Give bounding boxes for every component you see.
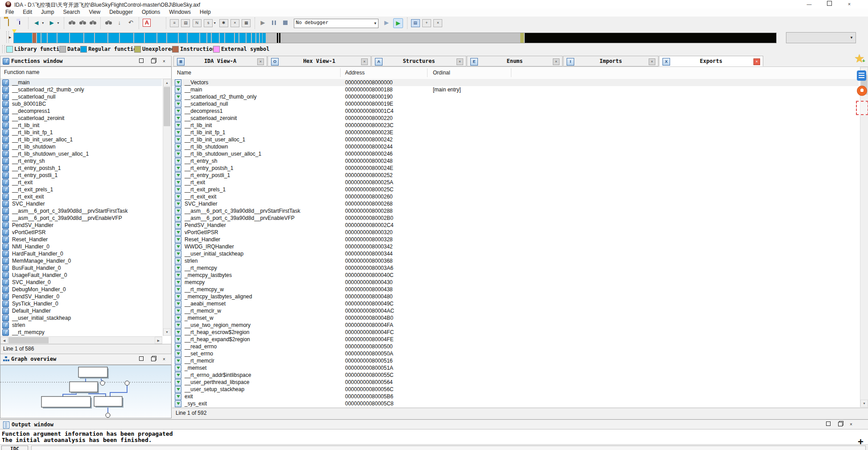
function-list-item[interactable]: f__main (0, 79, 162, 86)
function-list-item[interactable]: fvPortGetIPSR (0, 229, 162, 236)
function-list-item[interactable]: fMemManage_Handler_0 (0, 257, 162, 264)
tab-close-icon[interactable]: × (649, 58, 655, 65)
menu-edit[interactable]: Edit (18, 8, 37, 16)
table-row[interactable]: __scatterload_zeroinit0000000008000220 (172, 115, 859, 122)
table-row[interactable]: __rt_entry_postli_10000000008000252 (172, 172, 859, 179)
table-row[interactable]: __rt_lib_init_fp_1000000000800023E (172, 129, 859, 136)
scroll-down-icon[interactable]: ▼ (860, 400, 868, 407)
make-string-icon[interactable]: s (204, 19, 213, 27)
functions-restore-icon[interactable] (149, 58, 156, 65)
navigate-back-icon[interactable]: ◀ (32, 18, 41, 27)
function-list-item[interactable]: f__rt_exit_exit (0, 193, 162, 200)
table-row[interactable]: __rt_memcpy_w0000000008000438 (172, 286, 859, 293)
exports-table-header[interactable]: Name Address Ordinal (172, 67, 868, 79)
table-row[interactable]: _memcpy_lastbytes_aligned000000000800048… (172, 293, 859, 300)
function-list-item[interactable]: f__asm__6_port_c_39a90d8d__prvEnableVFP (0, 215, 162, 222)
save-icon[interactable] (15, 18, 24, 27)
reanalyze-icon[interactable] (153, 18, 162, 27)
function-list-item[interactable]: fstrlen (0, 322, 162, 329)
function-list-item[interactable]: f__scatterload_rt2_thumb_only (0, 86, 162, 93)
functions-window-header[interactable]: f Functions window × (0, 56, 172, 66)
table-row[interactable]: _memset000000000800051A (172, 364, 859, 372)
function-list-item[interactable]: f__asm__6_port_c_39a90d8d__prvStartFirst… (0, 207, 162, 215)
table-row[interactable]: PendSV_Handler00000000080002C4 (172, 222, 859, 229)
function-name-column-header[interactable]: Function name (0, 67, 171, 79)
colors-icon[interactable]: ▦ (242, 19, 251, 27)
function-list-item[interactable]: f__rt_lib_shutdown (0, 143, 162, 150)
output-close-icon[interactable]: × (847, 421, 855, 428)
table-row[interactable]: __user_initial_stackheap0000000008000344 (172, 250, 859, 257)
tab-imports[interactable]: IImports× (563, 56, 658, 66)
undo-jump-icon[interactable]: ↶ (126, 18, 135, 27)
function-list-item[interactable]: fNMI_Handler_0 (0, 243, 162, 250)
graph-overview-header[interactable]: Graph overview × (0, 354, 172, 365)
close-button[interactable]: × (840, 0, 858, 8)
table-row[interactable]: __rt_lib_shutdown_user_alloc_10000000008… (172, 150, 859, 157)
minimize-button[interactable]: — (800, 0, 818, 8)
undefine-icon[interactable]: × (230, 19, 239, 27)
function-list-item[interactable]: f__decompress1 (0, 107, 162, 115)
attach-process-icon[interactable]: ▶ (382, 18, 391, 27)
navigation-band[interactable] (13, 33, 777, 43)
function-list-item[interactable]: fSysTick_Handler_0 (0, 300, 162, 307)
function-list-item[interactable]: fBusFault_Handler_0 (0, 264, 162, 272)
function-list-item[interactable]: fDebugMon_Handler_0 (0, 286, 162, 293)
start-process-icon[interactable]: ▶ (259, 18, 267, 27)
menu-search[interactable]: Search (58, 8, 84, 16)
table-row[interactable]: memcpy0000000008000430 (172, 279, 859, 286)
delete-desktop-icon[interactable]: × (433, 19, 442, 27)
table-row[interactable]: __asm__6_port_c_39a90d8d__prvStartFirstT… (172, 207, 859, 215)
search-value-icon[interactable] (89, 18, 97, 27)
desktop-windows-icon[interactable]: ▤ (411, 19, 420, 27)
graph-overview-canvas[interactable] (0, 365, 172, 418)
function-list-item[interactable]: f__rt_lib_init_user_alloc_1 (0, 136, 162, 143)
function-list-item[interactable]: fPendSV_Handler (0, 222, 162, 229)
scroll-thumb[interactable] (164, 87, 170, 126)
open-file-icon[interactable] (4, 18, 13, 27)
menu-view[interactable]: View (84, 8, 105, 16)
table-row[interactable]: __asm__6_port_c_39a90d8d__prvEnableVFP00… (172, 215, 859, 222)
table-row[interactable]: __set_errno000000000800050A (172, 350, 859, 357)
tab-close-icon[interactable]: × (753, 58, 760, 65)
function-list-vscrollbar[interactable]: ▲ ▼ (163, 79, 171, 336)
band-zoom-select[interactable]: ▼ (786, 32, 856, 43)
function-list-item[interactable]: fDefault_Handler (0, 307, 162, 314)
function-list-item[interactable]: f__rt_lib_shutdown_user_alloc_1 (0, 150, 162, 157)
table-row[interactable]: strlen0000000008000368 (172, 257, 859, 264)
idc-mode-badge[interactable]: IDC (1, 446, 28, 450)
make-array-icon[interactable]: ✱ (219, 19, 228, 27)
table-row[interactable]: __use_two_region_memory00000000080004FA (172, 322, 859, 329)
debugger-select[interactable]: No debugger ▼ (294, 19, 378, 28)
search-text-icon[interactable] (78, 18, 86, 27)
tab-ida-view-a[interactable]: ≣IDA View-A× (173, 56, 267, 66)
make-code-icon[interactable]: ≡ (170, 19, 179, 27)
table-row[interactable]: __rt_memcpy00000000080003A6 (172, 264, 859, 272)
function-list-item[interactable]: f__rt_memcpy (0, 329, 162, 336)
functions-close-icon[interactable]: × (160, 58, 168, 65)
navigate-forward-icon[interactable]: ▶ (47, 18, 56, 27)
function-list-item[interactable]: fHardFault_Handler_0 (0, 250, 162, 257)
exports-vscrollbar[interactable]: ▲ ▼ (860, 67, 868, 407)
table-row[interactable]: __rt_lib_shutdown0000000008000244 (172, 143, 859, 150)
table-row[interactable]: _memcpy_lastbytes000000000800040C (172, 272, 859, 279)
notes-extension-icon[interactable] (857, 70, 866, 81)
column-header-ordinal[interactable]: Ordinal (433, 70, 450, 76)
forward-dropdown-icon[interactable]: ▼ (57, 18, 61, 27)
blog-extension-icon[interactable] (857, 86, 867, 96)
favorite-star-icon[interactable]: ★+ (854, 52, 864, 66)
table-row[interactable]: __scatterload_rt2_thumb_only000000000800… (172, 93, 859, 100)
tab-close-icon[interactable]: × (361, 58, 368, 65)
graph-restore-icon[interactable] (149, 356, 156, 363)
table-row[interactable]: __user_setup_stackheap000000000800056C (172, 386, 859, 393)
tab-exports[interactable]: XExports× (659, 56, 763, 66)
screenshot-capture-icon[interactable] (856, 101, 868, 115)
menu-debugger[interactable]: Debugger (105, 8, 137, 16)
output-window-header[interactable]: Output window × (0, 420, 868, 429)
function-list-item[interactable]: f__scatterload_null (0, 93, 162, 100)
table-row[interactable]: __rt_exit_prels_1000000000800025C (172, 186, 859, 193)
table-row[interactable]: __rt_exit_exit0000000008000260 (172, 193, 859, 200)
menu-help[interactable]: Help (195, 8, 215, 16)
function-list-item[interactable]: f__rt_lib_init_fp_1 (0, 129, 162, 136)
continue-process-icon[interactable]: ▶ (393, 18, 403, 28)
function-list-item[interactable]: fReset_Handler (0, 236, 162, 243)
